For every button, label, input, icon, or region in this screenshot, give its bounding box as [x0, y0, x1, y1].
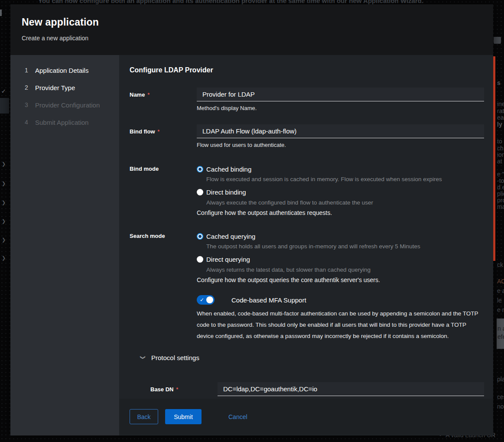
label-text: Search mode — [130, 233, 165, 239]
bind-flow-help: Flow used for users to authenticate. — [197, 142, 484, 149]
chevron-down-icon: ❯ — [140, 355, 146, 360]
backdrop-text-fragment: e n — [497, 306, 504, 313]
step-number: 3 — [25, 101, 31, 108]
cancel-button[interactable]: Cancel — [228, 409, 247, 424]
name-help: Method's display Name. — [197, 105, 484, 112]
backdrop-text-fragment: ck — [497, 261, 503, 268]
search-mode-field-row: Search mode Cached querying The outpost … — [130, 232, 484, 284]
backdrop-text-fragment: n a — [497, 325, 504, 332]
required-marker: * — [147, 92, 150, 98]
search-mode-label: Search mode — [130, 232, 197, 284]
bind-mode-direct-label[interactable]: Direct binding — [206, 188, 246, 196]
bind-mode-label: Bind mode — [130, 165, 197, 217]
wizard-step-provider-type[interactable]: 2 Provider Type — [10, 79, 119, 96]
bind-mode-field-row: Bind mode Cached binding Flow is execute… — [130, 165, 484, 217]
required-marker: * — [176, 387, 178, 393]
mfa-help: When enabled, code-based multi-factor au… — [197, 308, 484, 342]
step-label: Provider Configuration — [35, 101, 100, 109]
search-mode-cached-help: The outpost holds all users and groups i… — [197, 243, 484, 250]
wizard-footer: Back Submit Cancel — [119, 399, 493, 435]
backdrop-text-fragment: ly a — [497, 121, 504, 128]
base-dn-input[interactable] — [218, 382, 484, 396]
backdrop-text-fragment: e a — [497, 287, 504, 294]
backdrop-text-fragment: pro — [497, 197, 504, 204]
name-input[interactable] — [197, 88, 484, 101]
base-dn-field-row: Base DN* — [150, 382, 484, 396]
chevron-right-icon: ❯ — [2, 237, 6, 243]
modal-title: New application — [22, 16, 493, 28]
step-label: Provider Type — [35, 84, 75, 91]
required-marker: * — [158, 129, 160, 135]
search-mode-direct-radio[interactable] — [197, 256, 203, 263]
mfa-toggle[interactable]: ✓ — [197, 295, 215, 305]
search-mode-note: Configure how the outpost queries the co… — [197, 276, 484, 284]
page-title: Configure LDAP Provider — [130, 66, 484, 74]
toggle-knob — [206, 296, 213, 303]
wizard-steps: 1 Application Details 2 Provider Type 3 … — [10, 55, 119, 436]
label-text: Name — [130, 91, 145, 98]
label-text: Bind flow — [130, 128, 155, 135]
step-number: 4 — [25, 119, 31, 126]
chevron-right-icon: ❯ — [2, 161, 6, 167]
protocol-settings-label: Protocol settings — [151, 354, 199, 361]
backdrop-text-fragment: le — [497, 297, 502, 304]
chevron-right-icon: ❯ — [2, 255, 6, 261]
backdrop-nav-fragment — [0, 10, 2, 16]
step-number: 2 — [25, 84, 31, 91]
base-dn-label: Base DN* — [150, 382, 218, 396]
bind-mode-cached-radio[interactable] — [197, 166, 203, 172]
wizard-step-application-details[interactable]: 1 Application Details — [10, 62, 119, 79]
backdrop-text-fragment: plic — [497, 190, 504, 197]
wizard-step-submit-application: 4 Submit Application — [10, 114, 119, 131]
step-number: 1 — [25, 67, 31, 74]
backdrop-text-fragment: ion — [497, 151, 504, 158]
bind-mode-direct-radio[interactable] — [197, 189, 203, 195]
backdrop-text-fragment: to — [497, 138, 502, 145]
backdrop-text-fragment: no — [497, 403, 504, 410]
mfa-field-row: ✓ Code-based MFA Support When enabled, c… — [130, 295, 484, 342]
name-label: Name* — [130, 88, 197, 112]
backdrop-left-nav: ✓ ❯ ❯ ❯ ❯ ❯ ❯ — [0, 0, 10, 442]
bind-mode-note: Configure how the outpost authenticates … — [197, 209, 484, 217]
label-text: Base DN — [150, 386, 173, 393]
backdrop-nav-highlight — [0, 98, 9, 114]
wizard-content: Configure LDAP Provider Name* Method's d… — [119, 55, 493, 436]
chevron-right-icon: ❯ — [2, 218, 6, 224]
backdrop-text-fragment: efe — [497, 333, 504, 340]
bind-flow-field-row: Bind flow* Flow used for users to authen… — [130, 124, 484, 149]
backdrop-text-fragment: at — [497, 158, 502, 165]
bind-flow-input[interactable] — [197, 124, 484, 138]
backdrop-text-fragment: AC — [497, 278, 504, 285]
backdrop-text-fragment: ch — [497, 145, 504, 152]
label-text: Bind mode — [130, 166, 159, 172]
check-icon: ✓ — [200, 296, 204, 303]
backdrop-text-fragment: ma — [497, 203, 504, 210]
new-application-modal: New application Create a new application… — [10, 4, 493, 436]
chevron-right-icon: ❯ — [2, 181, 6, 186]
search-mode-cached-radio[interactable] — [197, 233, 203, 240]
backdrop-banner-text: You can now configure both an applicatio… — [38, 0, 471, 4]
search-mode-cached-label[interactable]: Cached querying — [206, 233, 255, 240]
backdrop-text-fragment: d e — [497, 184, 504, 191]
protocol-settings-expander[interactable]: ❯ Protocol settings — [130, 353, 484, 362]
search-mode-direct-help: Always returns the latest data, but slow… — [197, 266, 484, 273]
backdrop-text-fragment: ea — [497, 114, 504, 121]
backdrop-text-fragment: ces — [497, 393, 504, 400]
wizard-step-provider-configuration: 3 Provider Configuration — [10, 96, 119, 114]
search-mode-direct-label[interactable]: Direct querying — [206, 256, 250, 263]
bind-mode-cached-help: Flow is executed and session is cached i… — [197, 176, 484, 183]
modal-subtitle: Create a new application — [22, 35, 493, 42]
bind-mode-direct-help: Always execute the configured bind flow … — [197, 199, 484, 206]
backdrop-text-fragment: ine — [497, 101, 504, 107]
backdrop-text-fragment: pla — [497, 376, 504, 383]
backdrop-right-content: s ine rat ea ly a to ch ion at e "c -to … — [496, 0, 504, 442]
step-label: Submit Application — [35, 119, 88, 126]
step-label: Application Details — [35, 67, 88, 74]
submit-button[interactable]: Submit — [165, 409, 202, 424]
bind-mode-cached-label[interactable]: Cached binding — [206, 166, 251, 173]
backdrop-text-fragment: e "c — [497, 171, 504, 178]
mfa-label[interactable]: Code-based MFA Support — [231, 296, 306, 304]
backdrop-text-fragment: -to — [497, 177, 504, 184]
checkmark-icon: ✓ — [1, 88, 6, 94]
back-button[interactable]: Back — [130, 409, 158, 424]
